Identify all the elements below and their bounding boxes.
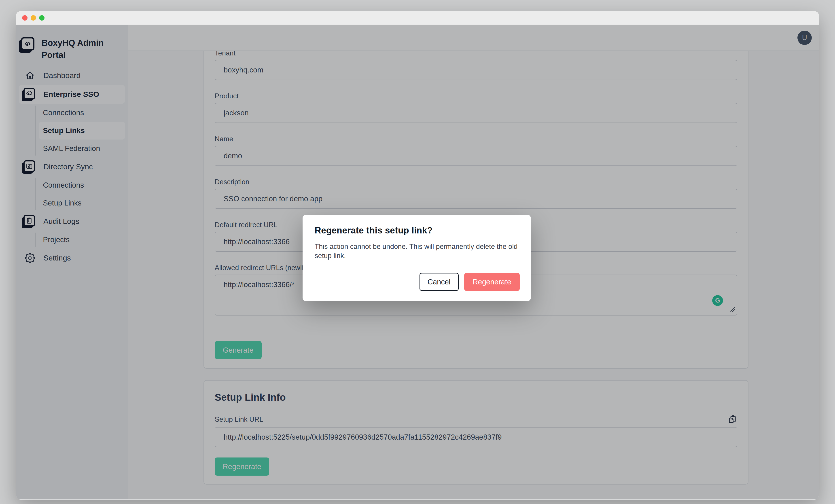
regenerate-confirm-dialog: Regenerate this setup link? This action … <box>303 215 531 301</box>
confirm-regenerate-button[interactable]: Regenerate <box>464 273 520 291</box>
close-window-icon[interactable] <box>22 15 27 21</box>
cancel-button[interactable]: Cancel <box>420 273 459 291</box>
modal-title: Regenerate this setup link? <box>314 225 519 236</box>
window-titlebar <box>16 11 819 25</box>
browser-window: BoxyHQ Admin Portal Dashboard <box>16 11 819 500</box>
traffic-lights <box>22 15 44 21</box>
zoom-window-icon[interactable] <box>39 15 44 21</box>
modal-body: This action cannot be undone. This will … <box>314 242 519 261</box>
minimize-window-icon[interactable] <box>30 15 36 21</box>
